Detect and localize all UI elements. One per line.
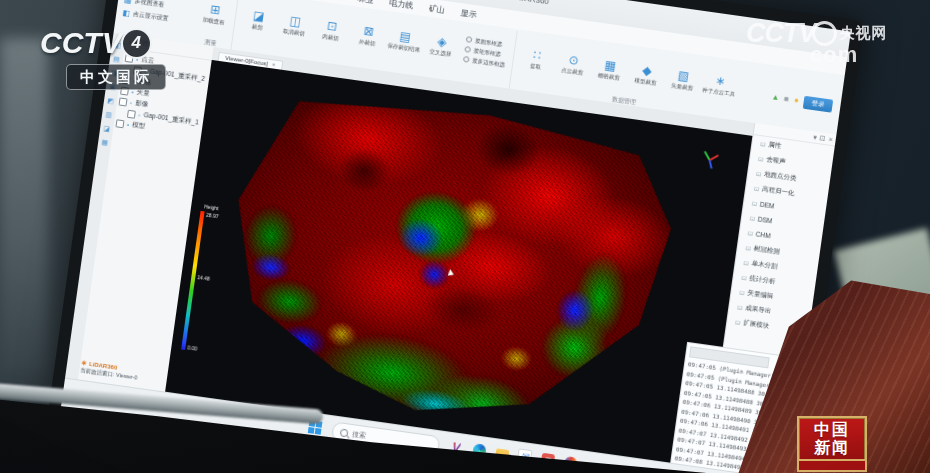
menu-item[interactable]: 地形	[325, 0, 342, 1]
node-icon: ⊡	[735, 318, 741, 326]
node-icon: ⊡	[743, 259, 749, 267]
ribbon-icon: ◪	[252, 9, 265, 23]
model-clip-icon[interactable]: ◆ 模型裁剪	[629, 62, 664, 86]
layer-checkbox[interactable]	[119, 97, 128, 106]
grid-tool-icon[interactable]: ▦	[101, 138, 109, 147]
process-item-label: 高程归一化	[761, 185, 794, 198]
process-item-label: 属性	[768, 140, 782, 151]
ribbon-label: 模型裁剪	[634, 77, 657, 86]
process-item-label: 单木分割	[751, 259, 778, 272]
process-item-label: DSM	[757, 216, 772, 225]
file-layer-icon: ▫	[138, 112, 141, 118]
ribbon-icon: ◆	[641, 64, 652, 78]
point-cloud-clip-icon[interactable]: ⊙ 点云裁剪	[555, 52, 590, 76]
close-panel-icon[interactable]: ×	[828, 136, 833, 144]
process-item-label: 去噪声	[766, 155, 787, 167]
cancel-clip-icon[interactable]: ◫ 取消裁切	[277, 13, 312, 37]
ribbon-label: 种子点云工具	[702, 87, 736, 98]
login-button[interactable]: 登录	[803, 95, 834, 112]
node-icon: ⊡	[754, 185, 760, 193]
node-icon: ⊡	[758, 155, 764, 163]
process-item-label: 统计分析	[749, 274, 776, 287]
process-item-label: DEM	[760, 201, 775, 210]
layer-checkbox[interactable]	[127, 109, 136, 118]
extract-icon[interactable]: ∷ 提取	[519, 47, 554, 71]
node-icon: ⊡	[739, 289, 745, 297]
watermark-cn-name: 央视网	[840, 24, 888, 43]
watermark: CCTV 央视网 com	[746, 18, 888, 68]
tree-row-inner	[116, 119, 125, 128]
tool-label: 多视图查看	[134, 0, 165, 10]
ribbon-icon: ⊞	[209, 3, 221, 17]
axis-gizmo-icon	[696, 145, 723, 172]
seed-point-tool-icon[interactable]: ∗ 种子点云工具	[702, 73, 737, 97]
ribbon-icon: ⊙	[568, 54, 580, 68]
channel-number-badge: 4	[121, 28, 152, 59]
menu-item[interactable]: 林业	[357, 0, 374, 5]
image-layer-icon: ▫	[130, 99, 133, 105]
tree-row-inner	[119, 97, 128, 106]
float-panel-icon[interactable]: ▾	[813, 133, 818, 141]
menu-item[interactable]: 显示	[460, 7, 477, 20]
raster-clip-icon[interactable]: ▦ 栅格裁剪	[592, 57, 627, 81]
news-badge-foot	[799, 459, 865, 470]
cross-selection-icon[interactable]: ◈ 交叉选择	[424, 34, 459, 58]
close-icon[interactable]: ×	[272, 61, 276, 67]
gray-status-icon[interactable]: ■	[784, 95, 790, 104]
node-icon: ⊡	[745, 244, 751, 252]
save-clip-result-icon[interactable]: ▤ 保存裁切结果	[387, 28, 422, 52]
node-icon: ⊡	[747, 229, 753, 237]
news-frame: LiDAR360 - LiDAR360 - LiDAR360 地形林业电力线矿山…	[0, 0, 930, 473]
node-icon: ⊡	[741, 274, 747, 282]
clip-icon[interactable]: ◪ 裁剪	[241, 8, 276, 32]
menu-item[interactable]: 电力线	[389, 0, 414, 11]
legend-title: Height	[204, 203, 219, 211]
layer-label: 影像	[134, 99, 148, 110]
ribbon-label: 加载查看	[202, 16, 225, 25]
vector-clip-icon[interactable]: ▧ 矢量裁剪	[665, 68, 700, 92]
legend-min-value: 0.00	[187, 345, 197, 352]
channel-logo: CCTV 4 中文国际	[40, 26, 166, 90]
legend-max-value: 28.97	[206, 211, 219, 219]
snapshot-tool-icon[interactable]: ◪	[103, 125, 111, 134]
search-icon	[340, 428, 349, 437]
ribbon-label: 外裁切	[359, 38, 376, 46]
clip-outside-icon[interactable]: ⊠ 外裁切	[350, 23, 385, 47]
green-status-icon[interactable]: ▲	[771, 93, 780, 102]
ribbon-icon: ◫	[289, 14, 302, 28]
dock-panel-icon[interactable]: ⊡	[819, 134, 826, 143]
process-item-label: 地面点分类	[764, 170, 797, 183]
selection-modes: 按圆形框选按矩形框选按多边形框选	[460, 35, 511, 68]
clip-inside-icon[interactable]: ⊡ 内裁切	[314, 18, 349, 42]
node-icon: ⊡	[750, 214, 756, 222]
ribbon-icon: ◈	[436, 35, 447, 49]
profile-tool-icon[interactable]: ◩	[107, 97, 115, 106]
ribbon-icon: ∷	[532, 49, 541, 63]
ribbon-icon: ▤	[399, 30, 412, 44]
ribbon-label: 点云裁剪	[561, 67, 584, 76]
ribbon-icon: ⊡	[326, 20, 338, 34]
ribbon-icon: ∗	[714, 74, 726, 88]
ribbon-icon: ⊠	[363, 25, 375, 39]
ribbon-icon: ▧	[677, 69, 690, 83]
process-item-label: 矢量编辑	[747, 289, 774, 302]
ribbon-label: 保存裁切结果	[387, 42, 421, 53]
cursor-icon	[447, 269, 454, 276]
news-badge-line1: 中国	[799, 421, 865, 439]
tool-icon: ▦	[124, 0, 133, 5]
tool-icon: ◧	[122, 9, 131, 18]
ribbon-icon: ▦	[604, 59, 617, 73]
node-icon: ⊡	[756, 170, 762, 178]
menu-item[interactable]: 矿山	[428, 2, 445, 15]
yellow-status-icon[interactable]: ●	[793, 96, 799, 105]
ribbon-label: 栅格裁剪	[598, 72, 621, 81]
process-item-label: 扩展模块	[743, 319, 770, 332]
legend-mid-value: 14.48	[197, 274, 210, 282]
process-item-label: 成果导出	[745, 304, 772, 317]
watermark-brand: CCTV	[746, 18, 816, 49]
load-view-icon[interactable]: ⊞ 加载查看	[197, 2, 232, 26]
measure-tool-icon[interactable]: ▥	[105, 111, 113, 120]
layer-checkbox[interactable]	[116, 119, 125, 128]
point-cloud-render	[194, 74, 698, 447]
height-legend: Height 28.97 14.48 0.00	[181, 211, 230, 354]
